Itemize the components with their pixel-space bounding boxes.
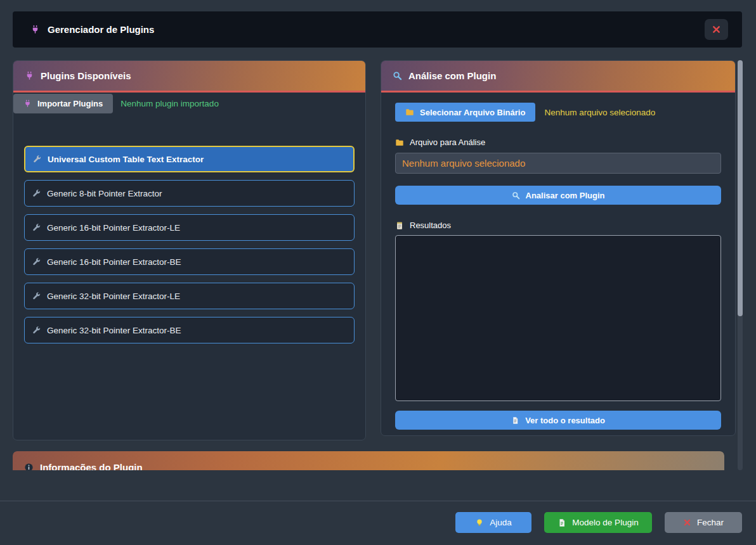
wrench-icon	[32, 257, 41, 266]
folder-icon	[405, 108, 414, 117]
plugin-info-header: Informações do Plugin	[13, 451, 724, 470]
folder-icon	[395, 138, 404, 147]
plugin-item[interactable]: Generic 16-bit Pointer Extractor-BE	[24, 248, 355, 275]
results-label-row: Resultados	[395, 221, 721, 230]
import-row: Importar Plugins Nenhum plugin importado	[13, 94, 365, 113]
no-file-status-text: Nenhum arquivo selecionado	[544, 108, 655, 117]
available-plugins-panel: Plugins Disponíveis Importar Plugins Nen…	[13, 60, 366, 440]
import-status-text: Nenhum plugin importado	[121, 99, 219, 108]
view-full-result-label: Ver todo o resultado	[525, 416, 605, 425]
plugin-template-button[interactable]: Modelo de Plugin	[544, 512, 652, 533]
analysis-title: Análise com Plugin	[408, 70, 496, 81]
close-icon	[712, 25, 721, 34]
close-x-icon	[683, 518, 691, 527]
close-button[interactable]	[705, 19, 728, 40]
import-plugins-label: Importar Plugins	[37, 99, 103, 108]
wrench-icon	[32, 326, 41, 335]
lightbulb-icon	[475, 518, 484, 527]
titlebar: Gerenciador de Plugins	[13, 11, 742, 48]
plugin-item[interactable]: Generic 8-bit Pointer Extractor	[24, 180, 355, 207]
plugin-manager-dialog: Gerenciador de Plugins Plugins Disponíve…	[0, 0, 756, 545]
info-icon	[24, 463, 34, 471]
file-for-analysis-label: Arquivo para Análise	[410, 138, 485, 147]
view-full-result-button[interactable]: Ver todo o resultado	[395, 411, 721, 430]
plugin-item[interactable]: Generic 32-bit Pointer Extractor-BE	[24, 317, 355, 343]
results-output[interactable]	[395, 235, 721, 401]
plugin-item[interactable]: Generic 16-bit Pointer Extractor-LE	[24, 214, 355, 241]
plug-icon	[30, 25, 40, 34]
select-binary-file-button[interactable]: Selecionar Arquivo Binário	[395, 103, 535, 122]
file-for-analysis-label-row: Arquivo para Análise	[395, 138, 721, 147]
plugin-item-label: Generic 16-bit Pointer Extractor-LE	[47, 223, 180, 233]
footer-buttons: Ajuda Modelo de Plugin Fechar	[455, 512, 742, 533]
analysis-panel: Análise com Plugin Selecionar Arquivo Bi…	[381, 60, 736, 436]
plugin-item-label: Generic 32-bit Pointer Extractor-BE	[47, 326, 181, 335]
magnifier-icon	[393, 71, 402, 80]
scrollbar-thumb[interactable]	[738, 60, 743, 316]
analysis-file-input[interactable]	[395, 153, 721, 174]
plugin-item-label: Generic 32-bit Pointer Extractor-LE	[47, 292, 180, 301]
close-dialog-button[interactable]: Fechar	[665, 512, 742, 533]
plugin-item-label: Universal Custom Table Text Extractor	[48, 155, 204, 164]
import-plugins-button[interactable]: Importar Plugins	[13, 94, 113, 113]
wrench-icon	[32, 223, 41, 232]
select-file-row: Selecionar Arquivo Binário Nenhum arquiv…	[395, 103, 721, 122]
window-title: Gerenciador de Plugins	[48, 24, 154, 35]
notepad-icon	[395, 221, 404, 230]
available-plugins-header: Plugins Disponíveis	[13, 61, 365, 93]
analyze-with-plugin-label: Analisar com Plugin	[526, 191, 605, 200]
document-icon	[511, 416, 519, 425]
help-label: Ajuda	[490, 518, 512, 527]
help-button[interactable]: Ajuda	[455, 512, 531, 533]
plugin-info-title: Informações do Plugin	[40, 462, 143, 471]
plug-icon	[23, 99, 32, 108]
plugin-item[interactable]: Universal Custom Table Text Extractor	[24, 146, 355, 172]
plugin-info-panel: Informações do Plugin	[13, 451, 724, 470]
plugin-item-label: Generic 16-bit Pointer Extractor-BE	[47, 257, 181, 267]
select-binary-file-label: Selecionar Arquivo Binário	[420, 108, 525, 117]
available-plugins-title: Plugins Disponíveis	[41, 70, 131, 81]
analysis-body: Selecionar Arquivo Binário Nenhum arquiv…	[381, 103, 735, 430]
analysis-header: Análise com Plugin	[381, 61, 735, 93]
wrench-icon	[32, 189, 41, 198]
wrench-icon	[32, 292, 41, 300]
document-icon	[557, 518, 566, 527]
magnifier-icon	[512, 191, 520, 200]
plugin-list: Universal Custom Table Text Extractor Ge…	[13, 146, 365, 343]
plugin-template-label: Modelo de Plugin	[572, 518, 638, 527]
plug-icon	[25, 71, 34, 80]
plugin-item-label: Generic 8-bit Pointer Extractor	[47, 189, 162, 198]
results-label: Resultados	[410, 221, 451, 230]
close-dialog-label: Fechar	[697, 518, 724, 527]
analyze-with-plugin-button[interactable]: Analisar com Plugin	[395, 186, 721, 205]
plugin-item[interactable]: Generic 32-bit Pointer Extractor-LE	[24, 283, 355, 309]
footer-divider	[0, 501, 756, 501]
wrench-icon	[33, 155, 42, 164]
